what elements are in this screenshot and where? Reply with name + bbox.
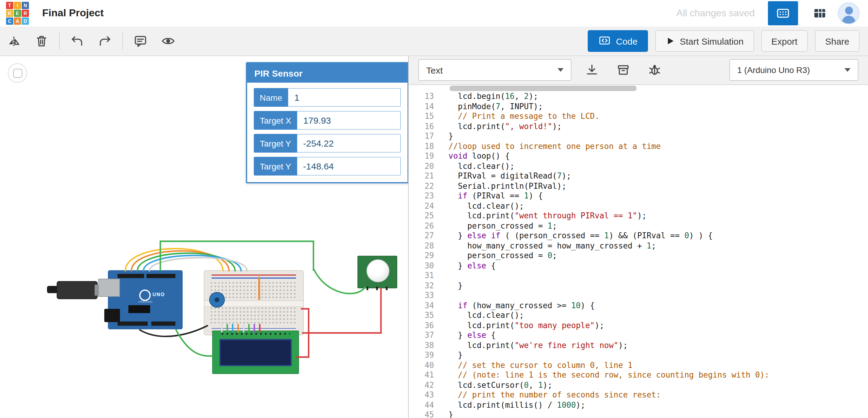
start-simulation-button[interactable]: Start Simulation	[655, 30, 754, 52]
wire-green[interactable]	[137, 253, 235, 271]
breadboard[interactable]	[204, 270, 304, 335]
edit-toolbar: Code Start Simulation Export Share	[0, 27, 868, 56]
zoom-to-fit-button[interactable]	[8, 63, 27, 83]
code-line: pinMode(7, INPUT);	[448, 102, 868, 112]
inspector-field-input[interactable]	[297, 157, 401, 176]
inspector-title: PIR Sensor	[247, 63, 407, 83]
download-code-button[interactable]	[581, 59, 603, 81]
wire-white[interactable]	[150, 258, 247, 271]
library-icon	[616, 63, 630, 77]
code-line: // Print a message to the LCD.	[448, 112, 868, 122]
line-number: 16	[409, 122, 434, 131]
code-button[interactable]: Code	[588, 30, 648, 52]
code-line: void loop() {	[448, 151, 868, 161]
delete-button[interactable]	[28, 27, 56, 56]
share-label: Share	[825, 36, 849, 46]
arduino-uno-board[interactable]: UNO ARDUINO	[108, 270, 183, 329]
logo-tile: I	[14, 2, 21, 9]
components-panel-button[interactable]	[768, 1, 798, 25]
breadboard-rail-negative	[212, 277, 296, 278]
toggle-visibility-button[interactable]	[154, 27, 182, 56]
project-title: Final Project	[42, 7, 104, 19]
inspector-field: Target X	[254, 111, 401, 130]
line-number: 34	[409, 301, 434, 311]
code-line: } else {	[448, 261, 868, 271]
line-number: 30	[409, 261, 434, 271]
line-number: 21	[409, 171, 434, 181]
rotate-button[interactable]	[0, 27, 28, 56]
trash-icon	[34, 34, 49, 48]
code-line: }	[448, 351, 868, 360]
wire-blue[interactable]	[144, 256, 241, 271]
logo-tile: K	[6, 10, 13, 17]
code-line: if (how_many_crossed >= 10) {	[448, 301, 868, 311]
undo-button[interactable]	[63, 27, 91, 56]
line-number: 45	[409, 410, 434, 418]
toolbar-right-cluster: Code Start Simulation Export Share	[588, 30, 860, 52]
code-line: PIRval = digitalRead(7);	[448, 171, 868, 181]
code-line: if (PIRval == 1) {	[448, 191, 868, 201]
code-line: Serial.println(PIRval);	[448, 181, 868, 191]
line-number: 14	[409, 102, 434, 112]
redo-button[interactable]	[91, 27, 119, 56]
inspector-field-input[interactable]	[288, 88, 401, 107]
lcd-screen	[219, 339, 292, 366]
logo-tile: T	[6, 2, 13, 9]
code-mode-dropdown[interactable]: Text	[418, 59, 571, 81]
code-line: person_crossed = 0;	[448, 251, 868, 261]
inspector-field-input[interactable]	[297, 134, 401, 153]
line-number: 20	[409, 161, 434, 171]
code-line: lcd.clear();	[448, 311, 868, 321]
wire-pir-power[interactable]	[303, 288, 381, 333]
arduino-pin-header	[118, 274, 144, 278]
line-number: 13	[409, 92, 434, 102]
circuit-canvas[interactable]: UNO ARDUINO	[0, 56, 408, 418]
line-number: 44	[409, 400, 434, 410]
usb-cable[interactable]	[47, 281, 96, 298]
potentiometer[interactable]	[209, 292, 225, 308]
export-button[interactable]: Export	[761, 30, 808, 52]
code-editor[interactable]: 1314151617181920212223242526272829303132…	[409, 85, 868, 418]
annotation-button[interactable]	[127, 27, 154, 56]
line-number: 26	[409, 221, 434, 231]
tinkercad-app: T I N K E R C A D Final Project All chan…	[0, 0, 868, 418]
share-button[interactable]: Share	[815, 30, 860, 52]
inspector-fields: NameTarget XTarget YTarget Y	[247, 83, 407, 182]
inspector-field-input[interactable]	[297, 111, 401, 130]
wire-orange[interactable]	[131, 251, 229, 271]
line-number: 22	[409, 181, 434, 191]
code-line: // print the number of seconds since res…	[448, 390, 868, 400]
code-line: lcd.print(", world!");	[448, 122, 868, 131]
line-number: 35	[409, 311, 434, 321]
wire-green-loop[interactable]	[160, 241, 313, 270]
tinkercad-logo[interactable]: T I N K E R C A D	[6, 2, 29, 25]
code-line: how_many_crossed = how_many_crossed + 1;	[448, 241, 868, 251]
avatar-body-icon	[842, 16, 855, 24]
pir-sensor-component[interactable]	[358, 256, 397, 288]
code-icon	[598, 35, 611, 47]
code-line: // set the cursor to column 0, line 1	[448, 360, 868, 370]
code-line: }	[448, 131, 868, 142]
board-dropdown[interactable]: 1 (Arduino Uno R3)	[730, 59, 858, 81]
code-line: }	[448, 410, 868, 418]
wire-yellow[interactable]	[125, 248, 223, 271]
code-mode-value: Text	[426, 65, 443, 75]
play-icon	[665, 36, 675, 46]
line-number: 36	[409, 321, 434, 331]
arduino-power-jack	[104, 309, 120, 322]
libraries-button[interactable]	[613, 59, 634, 81]
logo-tile: D	[22, 18, 29, 25]
debugger-button[interactable]	[644, 59, 665, 81]
lcd-display[interactable]	[212, 331, 299, 374]
line-number: 23	[409, 191, 434, 201]
avatar[interactable]	[838, 2, 860, 24]
code-line: lcd.clear();	[448, 201, 868, 211]
line-number: 25	[409, 211, 434, 221]
code-line: lcd.print("went through PIRval == 1");	[448, 211, 868, 221]
logo-tile: E	[14, 10, 21, 17]
redo-icon	[98, 34, 112, 48]
arduino-usb-port	[98, 279, 120, 297]
component-list-button[interactable]	[808, 2, 832, 24]
breadboard-rail-positive	[212, 274, 296, 275]
annotation-icon	[133, 34, 148, 48]
